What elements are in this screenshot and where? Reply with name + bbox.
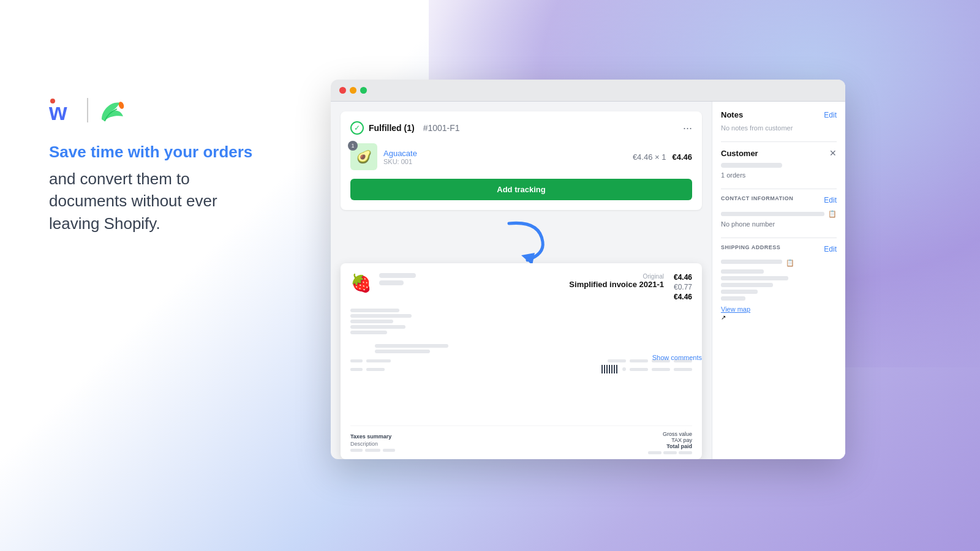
table-cell xyxy=(622,367,626,371)
browser-chrome xyxy=(331,80,845,102)
add-tracking-button[interactable]: Add tracking xyxy=(350,179,692,200)
footer-gross: Gross value xyxy=(648,431,692,437)
line-group-2 xyxy=(350,344,692,353)
leaf-logo-icon xyxy=(96,98,126,122)
contact-row: 📋 xyxy=(721,210,837,218)
footer-total: Total paid xyxy=(648,443,692,449)
table-cell xyxy=(663,451,677,454)
order-card: ✓ Fulfilled (1) #1001-F1 ··· 1 🥑 Aguacat… xyxy=(341,111,702,210)
footer-table-phs xyxy=(350,449,395,452)
ph-line xyxy=(350,331,387,334)
copy-address-icon[interactable]: 📋 xyxy=(786,259,794,267)
invoice-price-1: €4.46 xyxy=(674,273,692,282)
table-cell xyxy=(608,359,626,362)
item-image-wrap: 1 🥑 xyxy=(350,143,377,170)
item-quantity-badge: 1 xyxy=(348,141,358,151)
notes-edit-button[interactable]: Edit xyxy=(824,111,837,119)
order-id: #1001-F1 xyxy=(423,123,460,133)
customer-section: Customer ✕ 1 orders xyxy=(721,148,837,179)
customer-orders-count: 1 orders xyxy=(721,171,837,179)
invoice-original-label: Original xyxy=(569,273,664,280)
contact-section: CONTACT INFORMATION Edit 📋 No phone numb… xyxy=(721,195,837,228)
notes-section-header: Notes Edit xyxy=(721,110,837,119)
table-cell xyxy=(652,368,670,371)
addr-line-ph xyxy=(721,269,764,274)
no-phone-label: No phone number xyxy=(721,220,837,228)
invoice-price-2: €0.77 xyxy=(674,283,692,291)
table-cell xyxy=(350,359,363,362)
addr-line-ph xyxy=(721,283,773,287)
left-panel: w Save time with your orders and convert… xyxy=(49,98,252,234)
table-cell xyxy=(679,451,692,454)
invoice-company-lines xyxy=(379,273,569,288)
invoice-title: Simplified invoice 2021-1 xyxy=(569,280,664,289)
fulfilled-check-icon: ✓ xyxy=(350,121,364,135)
table-cell xyxy=(630,368,648,371)
contact-title: CONTACT INFORMATION xyxy=(721,195,793,201)
curved-arrow-icon xyxy=(491,217,552,266)
item-sku: SKU: 001 xyxy=(383,158,627,165)
external-link-icon: ↗ xyxy=(721,314,726,321)
customer-section-header: Customer ✕ xyxy=(721,148,837,158)
copy-icon[interactable]: 📋 xyxy=(828,210,837,218)
table-cell xyxy=(630,359,648,362)
line-group-1 xyxy=(350,309,692,334)
logo-area: w xyxy=(49,98,252,122)
view-map-link[interactable]: View map xyxy=(721,305,837,313)
table-row xyxy=(350,359,692,362)
svg-point-2 xyxy=(118,101,125,110)
logo-divider xyxy=(87,98,88,122)
addr-line-ph xyxy=(721,276,788,280)
footer-description-label: Description xyxy=(350,441,395,447)
ph-line xyxy=(350,309,399,312)
invoice-footer: Taxes summary Description Gross value TA… xyxy=(350,425,692,459)
addr-line-ph xyxy=(721,260,782,264)
divider xyxy=(721,238,837,238)
table-cell xyxy=(350,368,363,371)
invoice-body-lines xyxy=(350,309,692,353)
contact-edit-button[interactable]: Edit xyxy=(824,196,837,204)
fulfilled-header: ✓ Fulfilled (1) #1001-F1 ··· xyxy=(350,121,692,135)
shipping-section: SHIPPING ADDRESS Edit 📋 View map ↗ xyxy=(721,244,837,321)
invoice-logo-icon: 🍓 xyxy=(350,273,372,293)
shipping-title: SHIPPING ADDRESS xyxy=(721,244,780,250)
footer-left: Taxes summary Description xyxy=(350,433,395,452)
fulfilled-badge: ✓ Fulfilled (1) #1001-F1 xyxy=(350,121,460,135)
invoice-prices-area: €4.46 €0.77 €4.46 xyxy=(674,273,692,302)
shipping-section-header: SHIPPING ADDRESS Edit xyxy=(721,244,837,254)
minimize-dot[interactable] xyxy=(350,87,356,94)
show-comments-button[interactable]: Show comments xyxy=(652,354,702,361)
table-cell xyxy=(366,359,391,362)
divider xyxy=(721,141,837,142)
contact-section-header: CONTACT INFORMATION Edit xyxy=(721,195,837,205)
fulfilled-label: Fulfilled (1) xyxy=(369,123,415,133)
order-area: ✓ Fulfilled (1) #1001-F1 ··· 1 🥑 Aguacat… xyxy=(331,102,712,459)
ph-line xyxy=(375,344,448,348)
item-name[interactable]: Aguacate xyxy=(383,149,627,158)
more-options-icon[interactable]: ··· xyxy=(683,122,692,135)
barcode-icon xyxy=(601,365,619,373)
shipping-edit-button[interactable]: Edit xyxy=(824,245,837,253)
invoice-price-3: €4.46 xyxy=(674,293,692,301)
footer-totals-phs xyxy=(648,451,692,454)
tagline: Save time with your orders xyxy=(49,142,252,163)
browser-content: ✓ Fulfilled (1) #1001-F1 ··· 1 🥑 Aguacat… xyxy=(331,102,845,459)
ph-line xyxy=(375,350,430,353)
table-row xyxy=(350,365,692,373)
customer-name-placeholder xyxy=(721,163,782,168)
company-name-ph xyxy=(379,273,416,278)
ph-line xyxy=(350,314,412,318)
company-sub-ph xyxy=(379,280,404,285)
notes-text: No notes from customer xyxy=(721,124,837,132)
table-cell xyxy=(366,368,385,371)
table-cell xyxy=(365,449,380,452)
notes-section: Notes Edit No notes from customer xyxy=(721,110,837,132)
invoice-preview: 🍓 Original Simplified invoice 2021-1 €4.… xyxy=(341,263,702,459)
addr-line-ph xyxy=(721,296,745,301)
close-dot[interactable] xyxy=(339,87,346,94)
footer-tax: TAX pay xyxy=(648,437,692,443)
customer-close-icon[interactable]: ✕ xyxy=(829,148,837,158)
maximize-dot[interactable] xyxy=(360,87,367,94)
order-item: 1 🥑 Aguacate SKU: 001 €4.46 × 1 €4.46 xyxy=(350,143,692,170)
addr-line-ph xyxy=(721,290,758,294)
